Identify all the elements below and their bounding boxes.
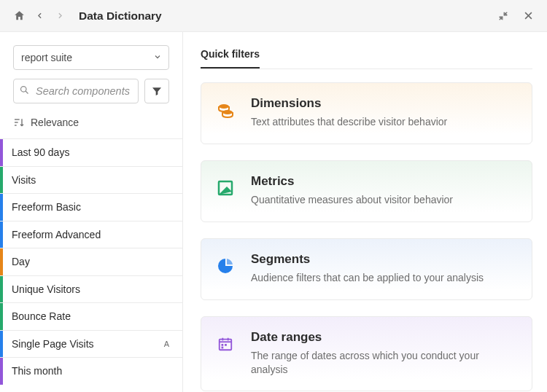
- collapse-icon[interactable]: [494, 7, 512, 25]
- sort-icon: [13, 117, 25, 128]
- card-segments[interactable]: Segments Audience filters that can be ap…: [201, 238, 532, 300]
- list-item[interactable]: Single Page VisitsA: [0, 330, 182, 358]
- card-metrics[interactable]: Metrics Quantitative measures about visi…: [201, 160, 532, 222]
- filter-icon: [151, 85, 163, 97]
- list-item[interactable]: Last 90 days: [0, 138, 182, 166]
- list-item[interactable]: Freeform Basic: [0, 193, 182, 221]
- card-title: Date ranges: [251, 330, 519, 345]
- list-item[interactable]: Day: [0, 248, 182, 275]
- header-bar: Data Dictionary: [0, 0, 547, 32]
- report-suite-dropdown[interactable]: report suite: [13, 45, 169, 70]
- card-desc: Text attributes that describe visitor be…: [251, 115, 447, 129]
- tab-quick-filters[interactable]: Quick filters: [201, 45, 260, 68]
- main-panel: Quick filters Dimensions Text attributes…: [183, 32, 547, 392]
- metrics-icon: [213, 176, 238, 200]
- segments-icon: [213, 254, 238, 278]
- card-desc: The range of dates across which you cond…: [251, 349, 519, 377]
- svg-line-3: [26, 91, 28, 93]
- card-desc: Quantitative measures about visitor beha…: [251, 193, 453, 207]
- page-title: Data Dictionary: [79, 9, 162, 23]
- close-icon[interactable]: [519, 7, 537, 25]
- card-title: Segments: [251, 252, 484, 267]
- card-dimensions[interactable]: Dimensions Text attributes that describe…: [201, 82, 532, 144]
- sidebar: report suite Relevance Last: [0, 32, 183, 392]
- nav-back-icon[interactable]: [31, 7, 48, 25]
- search-input[interactable]: [13, 79, 139, 103]
- svg-point-8: [219, 104, 229, 109]
- filter-button[interactable]: [144, 79, 169, 103]
- home-icon[interactable]: [10, 7, 28, 25]
- svg-point-9: [222, 110, 233, 114]
- dimensions-icon: [213, 98, 238, 122]
- card-title: Metrics: [251, 174, 453, 189]
- card-desc: Audience filters that can be applied to …: [251, 271, 484, 285]
- list-item[interactable]: Visits: [0, 166, 182, 194]
- svg-rect-17: [222, 346, 224, 348]
- nav-forward-icon: [51, 7, 69, 25]
- adobe-glyph-icon: A: [164, 340, 169, 348]
- search-input-wrap: [13, 79, 139, 103]
- svg-rect-15: [222, 344, 224, 346]
- sort-label: Relevance: [31, 117, 79, 128]
- list-item[interactable]: Unique Visitors: [0, 275, 182, 303]
- tab-bar: Quick filters: [201, 45, 532, 69]
- report-suite-select[interactable]: report suite: [13, 45, 169, 70]
- list-item[interactable]: This month: [0, 357, 182, 385]
- card-title: Dimensions: [251, 96, 447, 111]
- card-date-ranges[interactable]: Date ranges The range of dates across wh…: [201, 316, 532, 392]
- list-item[interactable]: Bounce Rate: [0, 302, 182, 330]
- component-list: Last 90 days Visits Freeform Basic Freef…: [0, 138, 182, 392]
- svg-rect-16: [225, 344, 227, 346]
- sort-control[interactable]: Relevance: [13, 112, 169, 130]
- list-item[interactable]: Freeform Advanced: [0, 221, 182, 248]
- svg-point-2: [21, 87, 27, 93]
- search-icon: [19, 85, 30, 98]
- calendar-icon: [213, 332, 238, 356]
